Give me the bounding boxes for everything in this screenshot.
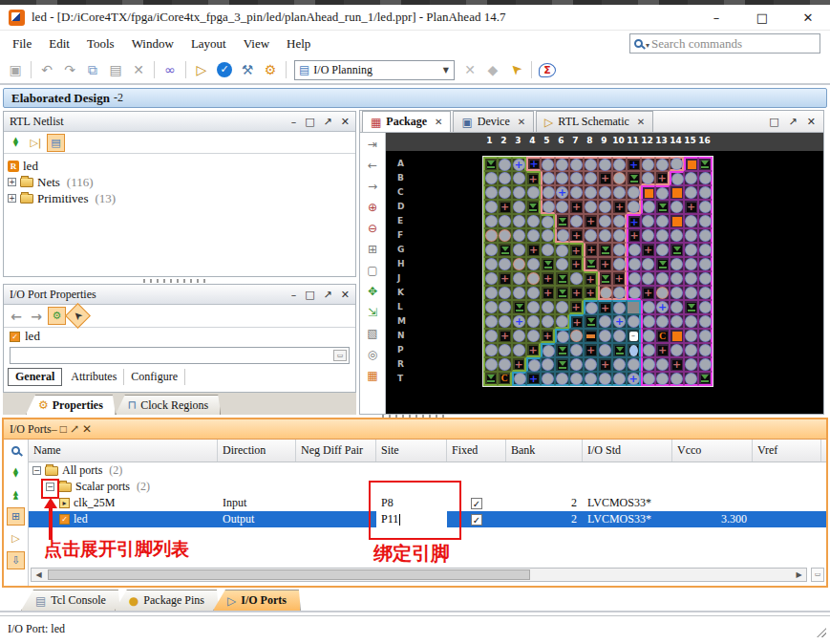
package-pin[interactable] xyxy=(655,214,670,228)
package-pin[interactable] xyxy=(641,343,655,357)
package-pin[interactable] xyxy=(698,314,713,329)
package-pin[interactable] xyxy=(526,171,541,185)
package-pin[interactable] xyxy=(569,243,584,257)
package-pin[interactable] xyxy=(555,171,569,185)
package-pin[interactable] xyxy=(498,329,512,343)
tab-package-pins[interactable]: ● Package Pins xyxy=(115,590,219,611)
package-pin[interactable] xyxy=(555,314,569,329)
package-pin[interactable] xyxy=(627,257,641,271)
package-pin[interactable] xyxy=(541,343,555,357)
package-pin[interactable] xyxy=(598,286,612,300)
package-pin[interactable] xyxy=(498,185,512,200)
tree-item-primitives[interactable]: + Primitives (13) xyxy=(8,190,353,206)
package-pin[interactable] xyxy=(655,300,670,314)
cell-bank[interactable] xyxy=(506,479,583,495)
package-pin[interactable] xyxy=(598,185,612,200)
package-pin[interactable] xyxy=(555,286,569,300)
package-pin[interactable] xyxy=(598,343,612,357)
package-pin[interactable] xyxy=(512,357,526,372)
package-pin[interactable] xyxy=(498,171,512,185)
combo-dropdown-icon[interactable]: ▼ xyxy=(438,66,454,75)
package-pin[interactable] xyxy=(612,185,627,200)
package-pin[interactable] xyxy=(670,214,684,228)
package-pin[interactable] xyxy=(612,314,627,329)
package-pin[interactable] xyxy=(498,157,512,171)
package-pin[interactable] xyxy=(541,372,555,386)
package-pin[interactable] xyxy=(698,286,713,300)
tree-item-led[interactable]: R led xyxy=(8,158,353,174)
package-pin[interactable] xyxy=(670,286,684,300)
package-pin[interactable] xyxy=(555,300,569,314)
package-pin[interactable] xyxy=(670,314,684,329)
package-pin[interactable] xyxy=(598,314,612,329)
panel-float-icon[interactable]: ↗ xyxy=(70,422,79,436)
package-pin[interactable] xyxy=(612,329,627,343)
menu-edit[interactable]: Edit xyxy=(40,33,78,54)
package-pin[interactable] xyxy=(655,243,670,257)
select-area-icon[interactable]: ▢ xyxy=(363,261,382,279)
settings-icon[interactable]: ⚙ xyxy=(260,59,281,80)
tab-rtl-schematic[interactable]: ▷ RTL Schematic ✕ xyxy=(536,111,653,132)
package-pin[interactable] xyxy=(555,257,569,271)
package-pin[interactable] xyxy=(670,300,684,314)
package-pin[interactable] xyxy=(641,257,655,271)
cell-direction[interactable]: Input xyxy=(218,495,296,511)
panel-float-icon[interactable]: ↗ xyxy=(789,116,798,128)
package-pin[interactable] xyxy=(512,157,526,171)
scrollbar-thumb[interactable] xyxy=(48,569,530,580)
schematic-view-icon[interactable]: ▷ xyxy=(7,529,25,547)
port-value-field[interactable]: ▭ xyxy=(10,347,350,364)
package-pin[interactable] xyxy=(526,300,541,314)
cell-neg-diff-pair[interactable] xyxy=(296,479,376,495)
package-pin[interactable] xyxy=(627,286,641,300)
package-pin[interactable] xyxy=(584,214,598,228)
package-pin[interactable] xyxy=(655,200,670,214)
package-pin[interactable] xyxy=(598,271,612,286)
package-pin[interactable] xyxy=(641,171,655,185)
cell-neg-diff-pair[interactable] xyxy=(296,511,376,527)
package-pin[interactable] xyxy=(569,286,584,300)
package-pin[interactable] xyxy=(555,185,569,200)
package-pin[interactable] xyxy=(584,357,598,372)
close-button[interactable]: ✕ xyxy=(799,11,817,25)
cell-vref[interactable] xyxy=(753,495,821,511)
package-pin[interactable] xyxy=(670,171,684,185)
cell-vcco[interactable] xyxy=(672,495,753,511)
field-expand-icon[interactable]: ▭ xyxy=(333,350,347,361)
package-pin[interactable] xyxy=(526,157,541,171)
cell-site[interactable] xyxy=(376,462,447,479)
package-pin[interactable] xyxy=(483,185,498,200)
arrow-left-icon[interactable]: ← xyxy=(363,156,382,174)
package-pin[interactable] xyxy=(627,271,641,286)
resize-grip[interactable] xyxy=(817,628,826,637)
package-pin[interactable] xyxy=(512,372,526,386)
cell-io-std[interactable] xyxy=(583,479,672,495)
collapse-all-icon[interactable]: ▲▼ xyxy=(7,134,25,152)
package-pin[interactable] xyxy=(526,228,541,243)
cell-vref[interactable] xyxy=(753,511,821,527)
forward-arrow-icon[interactable]: → xyxy=(28,309,45,324)
package-pin[interactable] xyxy=(598,357,612,372)
package-pin[interactable] xyxy=(569,372,584,386)
package-pin[interactable] xyxy=(641,228,655,243)
package-pin[interactable] xyxy=(512,185,526,200)
package-pin[interactable] xyxy=(541,329,555,343)
delete-icon[interactable]: ✕ xyxy=(128,59,149,80)
package-pin[interactable] xyxy=(641,286,655,300)
package-pin[interactable] xyxy=(627,228,641,243)
package-pin[interactable] xyxy=(684,343,698,357)
package-pin[interactable] xyxy=(598,329,612,343)
package-pin[interactable] xyxy=(627,357,641,372)
group-icon[interactable]: ⊞ xyxy=(7,507,25,526)
menu-layout[interactable]: Layout xyxy=(182,33,235,54)
package-pin[interactable] xyxy=(627,300,641,314)
package-pin[interactable] xyxy=(684,314,698,329)
undo-icon[interactable]: ↶ xyxy=(36,59,57,80)
package-pin[interactable] xyxy=(555,214,569,228)
package-pin[interactable] xyxy=(612,200,627,214)
menu-tools[interactable]: Tools xyxy=(78,33,123,54)
package-pin[interactable] xyxy=(483,214,498,228)
package-pin[interactable] xyxy=(684,243,698,257)
package-pin[interactable] xyxy=(598,228,612,243)
table-row-all-ports[interactable]: −All ports(2) xyxy=(29,462,826,479)
